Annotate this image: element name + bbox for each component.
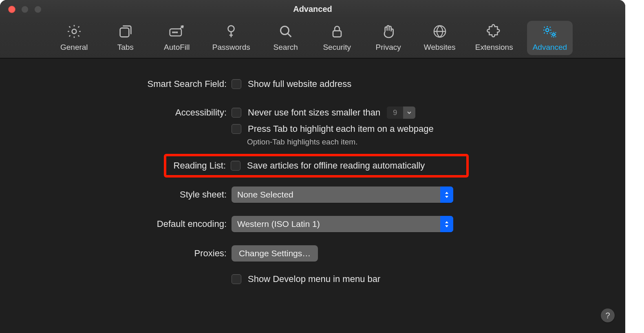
tab-highlight-hint: Option-Tab highlights each item. xyxy=(247,138,357,147)
change-settings-text: Change Settings… xyxy=(239,249,311,258)
tab-label: Tabs xyxy=(117,43,134,52)
minimize-window-button[interactable] xyxy=(21,6,29,13)
tab-label: Websites xyxy=(424,43,456,52)
globe-icon xyxy=(432,23,448,40)
tab-tabs[interactable]: Tabs xyxy=(104,21,147,55)
key-icon xyxy=(223,23,239,40)
tab-highlight-text: Press Tab to highlight each item on a we… xyxy=(248,124,434,134)
tab-label: Security xyxy=(323,43,351,52)
svg-point-7 xyxy=(280,27,289,35)
min-font-size-value: 9 xyxy=(387,107,403,119)
tab-websites[interactable]: Websites xyxy=(418,21,461,55)
offline-reading-text: Save articles for offline reading automa… xyxy=(247,160,425,171)
puzzle-icon xyxy=(486,23,502,40)
style-sheet-select[interactable]: None Selected xyxy=(232,186,453,203)
tab-highlight-checkbox[interactable] xyxy=(232,124,241,134)
tab-passwords[interactable]: Passwords xyxy=(207,21,256,55)
tab-privacy[interactable]: Privacy xyxy=(367,21,410,55)
encoding-label: Default encoding: xyxy=(0,219,232,229)
tab-autofill[interactable]: AutoFill xyxy=(155,21,198,55)
zoom-window-button[interactable] xyxy=(34,6,42,13)
show-full-address-checkbox[interactable] xyxy=(232,79,241,89)
encoding-value: Western (ISO Latin 1) xyxy=(237,219,320,229)
min-font-size-stepper[interactable]: 9 xyxy=(387,107,415,119)
tab-search[interactable]: Search xyxy=(264,21,307,55)
select-caret-icon xyxy=(440,186,453,203)
reading-list-highlight: Reading List: Save articles for offline … xyxy=(164,154,469,178)
tab-label: General xyxy=(60,43,88,52)
change-settings-button[interactable]: Change Settings… xyxy=(232,245,318,262)
chevron-down-icon xyxy=(403,107,415,119)
close-window-button[interactable] xyxy=(8,6,15,13)
svg-point-11 xyxy=(553,33,555,36)
offline-reading-checkbox[interactable] xyxy=(231,161,240,171)
svg-point-4 xyxy=(174,32,175,33)
gear-icon xyxy=(66,23,82,40)
help-button[interactable]: ? xyxy=(601,309,615,322)
window-title: Advanced xyxy=(293,4,332,14)
autofill-icon xyxy=(168,23,186,40)
prefs-toolbar: General Tabs AutoFill Passwords Search S… xyxy=(0,18,625,58)
prefs-content: Smart Search Field: Show full website ad… xyxy=(0,58,625,284)
smart-search-label: Smart Search Field: xyxy=(0,79,232,89)
proxies-label: Proxies: xyxy=(0,248,232,259)
select-caret-icon xyxy=(440,216,453,232)
svg-point-3 xyxy=(172,32,173,33)
svg-point-0 xyxy=(72,29,76,34)
tab-label: Passwords xyxy=(212,43,250,52)
style-sheet-label: Style sheet: xyxy=(0,189,232,200)
lock-icon xyxy=(329,23,345,40)
window-controls xyxy=(8,6,42,13)
gears-icon xyxy=(541,23,559,40)
tabs-icon xyxy=(117,23,134,40)
reading-list-label: Reading List: xyxy=(170,160,231,171)
min-font-size-text: Never use font sizes smaller than xyxy=(248,107,380,118)
tab-label: AutoFill xyxy=(164,43,190,52)
tab-security[interactable]: Security xyxy=(315,21,359,55)
accessibility-label: Accessibility: xyxy=(0,107,232,118)
develop-menu-checkbox[interactable] xyxy=(232,274,241,284)
svg-rect-8 xyxy=(333,31,341,37)
style-sheet-value: None Selected xyxy=(237,190,293,200)
hand-icon xyxy=(380,23,397,40)
tab-advanced[interactable]: Advanced xyxy=(527,21,573,55)
help-text: ? xyxy=(605,311,610,320)
encoding-select[interactable]: Western (ISO Latin 1) xyxy=(232,216,453,232)
tab-general[interactable]: General xyxy=(53,21,96,55)
develop-menu-text: Show Develop menu in menu bar xyxy=(248,274,380,284)
svg-point-6 xyxy=(228,26,234,32)
titlebar: Advanced xyxy=(0,0,625,18)
svg-rect-1 xyxy=(120,28,129,37)
tab-label: Advanced xyxy=(533,43,567,52)
tab-label: Search xyxy=(273,43,298,52)
show-full-address-text: Show full website address xyxy=(248,79,351,89)
svg-point-5 xyxy=(176,32,177,33)
svg-point-10 xyxy=(546,29,549,32)
tab-label: Extensions xyxy=(475,43,513,52)
tab-extensions[interactable]: Extensions xyxy=(470,21,519,55)
min-font-size-checkbox[interactable] xyxy=(232,108,241,118)
tab-label: Privacy xyxy=(376,43,401,52)
search-icon xyxy=(278,23,294,40)
